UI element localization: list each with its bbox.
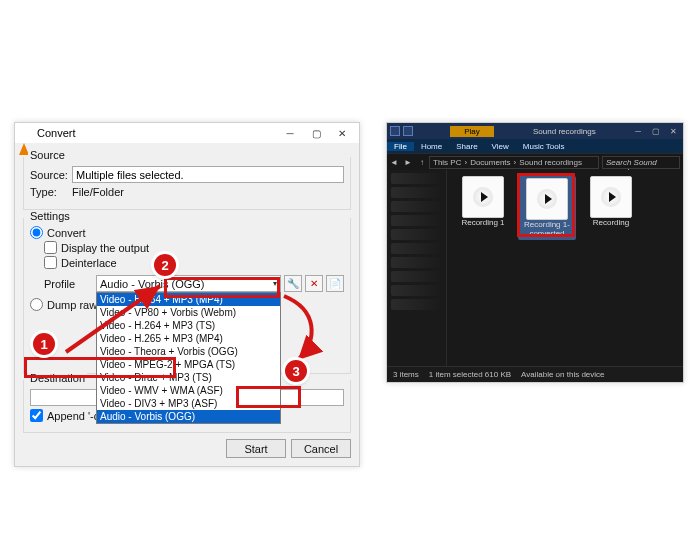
exp-close-button[interactable]: ✕ <box>665 124 683 138</box>
breadcrumb[interactable]: This PC› Documents› Sound recordings <box>429 156 599 169</box>
close-button[interactable]: ✕ <box>329 124 355 142</box>
ribbon-tab-music-tools[interactable]: Music Tools <box>516 142 572 151</box>
profile-option[interactable]: Audio - Vorbis (OGG) <box>97 410 280 423</box>
exp-minimize-button[interactable]: ─ <box>629 124 647 138</box>
profile-option[interactable]: Video - H.264 + MP3 (TS) <box>97 319 280 332</box>
file-item[interactable]: Recording 1 <box>454 176 512 227</box>
explorer-ribbon-tabs: File Home Share View Music Tools <box>387 139 683 153</box>
convert-radio[interactable]: Convert <box>30 226 344 239</box>
callout-badge-1: 1 <box>33 333 55 355</box>
status-selected: 1 item selected 610 KB <box>429 370 511 379</box>
type-label: Type: <box>30 186 72 198</box>
explorer-titlebar: Play Sound recordings ─ ▢ ✕ <box>387 123 683 139</box>
file-item[interactable]: Recording <box>582 176 640 227</box>
new-icon: 📄 <box>329 278 341 289</box>
status-availability: Available on this device <box>521 370 604 379</box>
delete-profile-button[interactable]: ✕ <box>305 275 323 292</box>
source-group: Source Source: Type: File/Folder <box>23 157 351 210</box>
explorer-nav-pane[interactable] <box>387 170 447 366</box>
append-converted-input[interactable] <box>30 409 43 422</box>
explorer-title: Sound recordings <box>533 127 596 136</box>
convert-dialog: Convert ─ ▢ ✕ Source Source: Type: File/… <box>14 122 360 467</box>
callout-badge-3: 3 <box>285 360 307 382</box>
ribbon-tab-file[interactable]: File <box>387 142 414 151</box>
breadcrumb-seg[interactable]: Sound recordings <box>519 158 582 167</box>
ribbon-tab-share[interactable]: Share <box>449 142 484 151</box>
nav-forward-button[interactable]: ► <box>401 158 415 167</box>
exp-maximize-button[interactable]: ▢ <box>647 124 665 138</box>
profile-option[interactable]: Video - MPEG-2 + MPGA (TS) <box>97 358 280 371</box>
search-input[interactable]: Search Sound record… <box>602 156 680 169</box>
dump-raw-input[interactable] <box>30 298 43 311</box>
wrench-icon: 🔧 <box>287 278 299 289</box>
callout-badge-2: 2 <box>154 254 176 276</box>
profile-option[interactable]: Video - WMV + WMA (ASF) <box>97 384 280 397</box>
folder-icon <box>390 126 400 136</box>
maximize-button[interactable]: ▢ <box>303 124 329 142</box>
profile-selected: Audio - Vorbis (OGG) <box>100 278 205 290</box>
play-icon <box>473 187 493 207</box>
file-name: Recording <box>593 218 629 227</box>
profile-option[interactable]: Video - DIV3 + MP3 (ASF) <box>97 397 280 410</box>
play-icon <box>537 189 557 209</box>
title-bar: Convert ─ ▢ ✕ <box>15 123 359 143</box>
status-item-count: 3 items <box>393 370 419 379</box>
display-output-input[interactable] <box>44 241 57 254</box>
explorer-file-pane[interactable]: Recording 1 Recording 1-converted Record… <box>447 170 683 366</box>
new-profile-button[interactable]: 📄 <box>326 275 344 292</box>
destination-group-title: Destination <box>28 372 87 384</box>
play-icon <box>601 187 621 207</box>
file-name: Recording 1 <box>461 218 504 227</box>
ribbon-tab-home[interactable]: Home <box>414 142 449 151</box>
display-output-checkbox[interactable]: Display the output <box>44 241 344 254</box>
breadcrumb-seg[interactable]: This PC <box>433 158 461 167</box>
contextual-tab-play[interactable]: Play <box>450 126 494 137</box>
x-icon: ✕ <box>310 278 318 289</box>
explorer-window: Play Sound recordings ─ ▢ ✕ File Home Sh… <box>386 122 684 383</box>
source-group-title: Source <box>28 149 67 161</box>
profile-combobox[interactable]: Audio - Vorbis (OGG) ▾ <box>96 275 281 292</box>
window-title: Convert <box>37 127 277 139</box>
file-item-selected[interactable]: Recording 1-converted <box>518 176 576 240</box>
explorer-status-bar: 3 items 1 item selected 610 KB Available… <box>387 366 683 382</box>
source-field[interactable] <box>72 166 344 183</box>
profile-label: Profile <box>44 278 96 290</box>
deinterlace-input[interactable] <box>44 256 57 269</box>
settings-group: Settings Convert Display the output Dein… <box>23 218 351 374</box>
nav-back-button[interactable]: ◄ <box>387 158 401 167</box>
cancel-button[interactable]: Cancel <box>291 439 351 458</box>
file-name: Recording 1-converted <box>518 220 576 238</box>
profile-option[interactable]: Video - H.265 + MP3 (MP4) <box>97 332 280 345</box>
chevron-down-icon: ▾ <box>273 279 277 288</box>
vlc-cone-icon <box>19 126 33 140</box>
profile-dropdown[interactable]: Video - H.264 + MP3 (MP4)Video - VP80 + … <box>96 292 281 424</box>
profile-option[interactable]: Video - Theora + Vorbis (OGG) <box>97 345 280 358</box>
source-label: Source: <box>30 169 72 181</box>
profile-combo-wrap: Audio - Vorbis (OGG) ▾ Video - H.264 + M… <box>96 275 281 292</box>
qa-icon <box>403 126 413 136</box>
minimize-button[interactable]: ─ <box>277 124 303 142</box>
convert-radio-input[interactable] <box>30 226 43 239</box>
edit-profile-button[interactable]: 🔧 <box>284 275 302 292</box>
start-button[interactable]: Start <box>226 439 286 458</box>
breadcrumb-seg[interactable]: Documents <box>470 158 510 167</box>
settings-group-title: Settings <box>28 210 72 222</box>
nav-up-button[interactable]: ↑ <box>415 158 429 167</box>
explorer-address-bar: ◄ ► ↑ This PC› Documents› Sound recordin… <box>387 153 683 170</box>
profile-option[interactable]: Video - VP80 + Vorbis (Webm) <box>97 306 280 319</box>
profile-option[interactable]: Video - Dirac + MP3 (TS) <box>97 371 280 384</box>
deinterlace-checkbox[interactable]: Deinterlace <box>44 256 344 269</box>
profile-option[interactable]: Video - H.264 + MP3 (MP4) <box>97 293 280 306</box>
ribbon-tab-view[interactable]: View <box>485 142 516 151</box>
type-value: File/Folder <box>72 186 124 198</box>
